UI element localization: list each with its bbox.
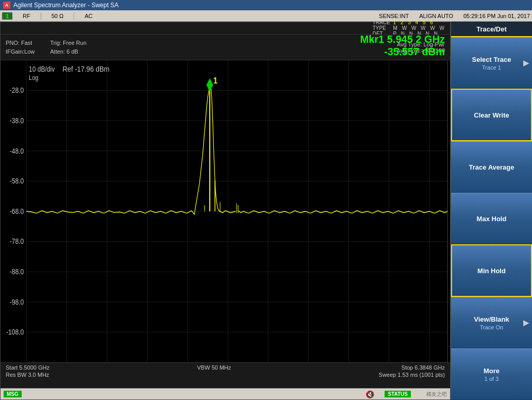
trace-label: TRACE	[373, 20, 393, 25]
svg-text:-28.0: -28.0	[10, 86, 24, 94]
svg-text:Log: Log	[29, 74, 38, 81]
view-blank-arrow: ▶	[523, 319, 529, 327]
more-label: More	[484, 367, 500, 375]
svg-text:-68.0: -68.0	[10, 207, 24, 215]
params-bar: PNO: Fast IFGain:Low Trig: Free Run Atte…	[1, 35, 450, 60]
svg-text:Ref -17.96 dBm: Ref -17.96 dBm	[62, 64, 109, 73]
spectrum-svg: -28.0 -38.0 -48.0 -58.0 -68.0 -78.0 -88.…	[1, 60, 450, 362]
select-trace-sublabel: Trace 1	[482, 64, 501, 71]
min-hold-button[interactable]: Min Hold	[451, 244, 532, 297]
atten-value: Atten: 6 dB	[50, 47, 87, 56]
spectrum-display: -28.0 -38.0 -48.0 -58.0 -68.0 -78.0 -88.…	[1, 60, 450, 362]
title-bar: A Agilent Spectrum Analyzer - Swept SA	[0, 0, 532, 10]
main-container: TRACE 1 2 3 4 5 6 TYPE M W W W W W DET P…	[0, 22, 532, 400]
svg-text:-108.0: -108.0	[6, 328, 24, 336]
sweep-info: Sweep 1.53 ms (1001 pts)	[379, 372, 445, 378]
svg-text:-48.0: -48.0	[10, 147, 24, 155]
stop-freq: Stop 6.3848 GHz	[379, 364, 445, 371]
view-blank-button[interactable]: View/Blank Trace On ▶	[451, 297, 532, 348]
trace-average-label: Trace Average	[469, 163, 514, 171]
marker-line1: Mkr1 5.945 2 GHz	[360, 33, 445, 45]
type-values: M W W W W W	[393, 25, 446, 31]
trace-average-button[interactable]: Trace Average	[451, 141, 532, 193]
msg-indicator: MSG	[4, 391, 22, 397]
pno-value: PNO: Fast	[6, 39, 35, 47]
marker-line2: -35.557 dBm	[360, 45, 445, 58]
min-hold-label: Min Hold	[477, 267, 506, 275]
svg-text:1: 1	[213, 76, 218, 85]
menu-rf[interactable]: RF	[21, 12, 32, 20]
view-blank-sublabel: Trace On	[480, 324, 503, 330]
bottom-left-params: Start 5.5000 GHz Res BW 3.0 MHz	[6, 364, 49, 387]
status-bar: MSG 🔇 STATUS 模友之吧	[1, 388, 450, 399]
app-icon: A	[3, 2, 10, 9]
ifgain-value: IFGain:Low	[6, 47, 35, 56]
svg-text:10 dB/div: 10 dB/div	[29, 65, 55, 73]
menu-bar: 1 RF 50 Ω AC SENSE:INT ALIGN AUTO 05:29:…	[0, 10, 532, 22]
sense-info: SENSE:INT	[379, 13, 409, 19]
svg-text:-88.0: -88.0	[10, 268, 24, 276]
more-sublabel: 1 of 3	[485, 376, 499, 382]
max-hold-button[interactable]: Max Hold	[451, 193, 532, 244]
svg-text:-38.0: -38.0	[10, 116, 24, 125]
pno-group: PNO: Fast IFGain:Low	[6, 39, 35, 56]
menu-ac[interactable]: AC	[82, 12, 94, 20]
audio-icon: 🔇	[365, 390, 374, 398]
select-trace-arrow: ▶	[523, 59, 529, 67]
svg-text:-78.0: -78.0	[10, 237, 24, 245]
panel-title: Trace/Det	[451, 22, 532, 37]
channel-indicator: 1	[2, 12, 12, 20]
more-button[interactable]: More 1 of 3	[451, 348, 532, 400]
clear-write-button[interactable]: Clear Write	[451, 89, 532, 141]
right-panel: Trace/Det Select Trace Trace 1 ▶ Clear W…	[451, 22, 532, 400]
max-hold-label: Max Hold	[477, 215, 507, 223]
vbw: VBW 50 MHz	[197, 364, 231, 371]
select-trace-label: Select Trace	[472, 56, 511, 63]
start-freq: Start 5.5000 GHz	[6, 364, 49, 371]
svg-text:-98.0: -98.0	[10, 298, 24, 306]
align-info: ALIGN AUTO	[419, 13, 453, 19]
res-bw: Res BW 3.0 MHz	[6, 372, 49, 378]
clear-write-label: Clear Write	[474, 111, 509, 119]
marker-readout: Mkr1 5.945 2 GHz -35.557 dBm	[360, 33, 445, 58]
type-label: TYPE	[373, 25, 393, 31]
bottom-right-params: Stop 6.3848 GHz Sweep 1.53 ms (1001 pts)	[379, 364, 445, 387]
spectrum-panel: TRACE 1 2 3 4 5 6 TYPE M W W W W W DET P…	[0, 22, 451, 400]
trace-nums: 1 2 3 4 5 6	[393, 20, 446, 25]
view-blank-label: View/Blank	[474, 315, 509, 323]
trig-group: Trig: Free Run Atten: 6 dB	[50, 39, 87, 56]
bottom-center-params: VBW 50 MHz	[197, 364, 231, 387]
trig-value: Trig: Free Run	[50, 39, 87, 47]
svg-text:-58.0: -58.0	[10, 177, 24, 185]
status-indicator: STATUS	[385, 391, 411, 397]
logo-area: 模友之吧	[426, 391, 447, 398]
bottom-bar: Start 5.5000 GHz Res BW 3.0 MHz VBW 50 M…	[1, 362, 450, 388]
select-trace-button[interactable]: Select Trace Trace 1 ▶	[451, 37, 532, 89]
menu-impedance[interactable]: 50 Ω	[49, 12, 66, 20]
timestamp: 05:29:16 PM Jun 01, 2017	[463, 13, 530, 19]
app-title: Agilent Spectrum Analyzer - Swept SA	[13, 2, 119, 9]
